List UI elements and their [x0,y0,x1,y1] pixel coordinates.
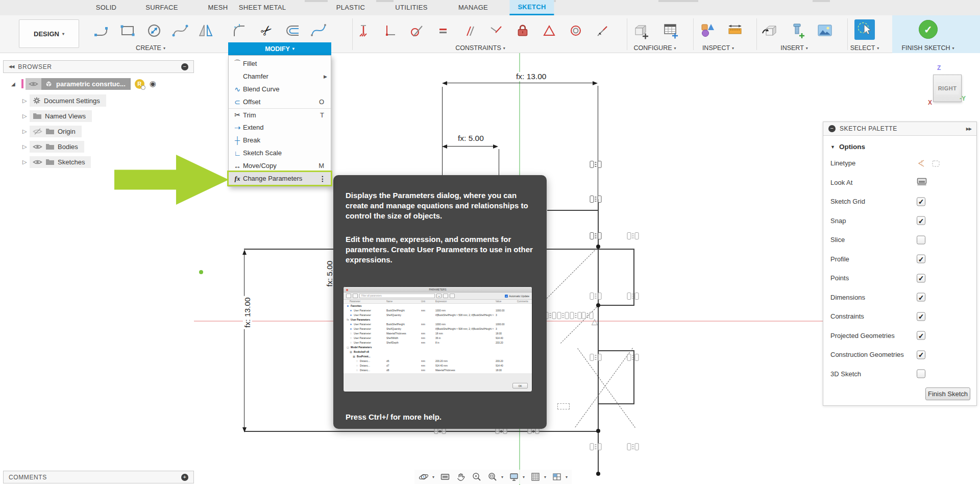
sketch-point[interactable] [596,429,600,433]
palette-checkbox[interactable] [917,350,925,359]
palette-checkbox[interactable] [917,370,925,378]
configure-table-button[interactable] [659,18,682,43]
menu-item[interactable]: ⊂ Offset O [229,95,331,108]
design-workspace-button[interactable]: DESIGN ▾ [19,19,79,48]
browser-item[interactable]: Document Settings [3,93,194,108]
sketch-point[interactable] [596,303,600,307]
inspect-group-label[interactable]: INSPECT▾ [702,44,734,52]
menu-item[interactable]: ↔ Move/Copy M [229,159,331,172]
constraints-group-label[interactable]: CONSTRAINTS▾ [455,44,505,52]
sketch-palette-header[interactable]: SKETCH PALETTE ▶▶ [823,122,976,136]
collapse-panel-icon[interactable]: ◀◀ [9,64,14,69]
dimension-label[interactable]: fx: 13.00 [243,296,252,329]
menu-item[interactable]: Chamfer ▶ [229,70,331,83]
constraint-badge-icon[interactable] [627,293,639,300]
equal-constraint-button[interactable] [431,18,455,43]
palette-checkbox[interactable] [917,331,925,340]
finish-sketch-check-icon[interactable] [919,20,938,39]
configure-parameters-button[interactable] [629,18,653,43]
constraint-badge-icon[interactable] [590,232,602,239]
concentric-constraint-button[interactable] [564,18,587,43]
viewcube[interactable]: RIGHT [933,75,962,102]
parallel-constraint-button[interactable] [458,18,481,43]
finish-sketch-group-label[interactable]: FINISH SKETCH▾ [901,44,954,52]
tab-sheet-metal[interactable]: SHEET METAL [231,0,294,15]
browser-root-item[interactable]: ◢ parametric consrtuc... R ◉ [3,77,194,91]
browser-header[interactable]: ◀◀ BROWSER [3,60,194,73]
dimension-line[interactable] [447,83,594,83]
constraint-badge-icon[interactable] [590,354,602,361]
sketch-line[interactable] [598,305,634,306]
tab-surface[interactable]: SURFACE [137,0,186,15]
palette-checkbox[interactable] [917,312,925,321]
modify-offset-button[interactable] [281,18,305,43]
visibility-toggle[interactable] [26,78,41,90]
chevron-down-icon[interactable]: ▾ [432,475,434,479]
create-spline-button[interactable] [168,18,192,43]
collinear-constraint-button[interactable] [591,18,614,43]
viewcube-face[interactable]: RIGHT [936,82,959,94]
constraint-badge-icon[interactable] [557,312,569,319]
pan-button[interactable] [456,472,466,482]
constraint-badge-icon[interactable] [570,312,582,319]
constraint-badge-icon[interactable] [627,232,639,239]
chevron-down-icon[interactable]: ▾ [523,475,525,479]
lock-constraint-button[interactable] [511,18,534,43]
expander-icon[interactable] [22,143,30,150]
constraint-badge-icon[interactable] [590,443,602,450]
constraint-badge-icon[interactable] [590,293,602,300]
constraint-badge-icon[interactable] [590,161,602,168]
expand-panel-icon[interactable]: ▶▶ [966,127,971,131]
menu-item[interactable]: ⌒ Fillet [229,57,331,70]
dimension-line[interactable] [244,254,244,428]
dimension-label[interactable]: fx: 5.00 [456,134,485,143]
document-name[interactable]: parametric consrtuc... [41,78,131,90]
palette-checkbox[interactable] [917,216,925,225]
menu-item[interactable]: ∿ Blend Curve [229,83,331,95]
select-group-label[interactable]: SELECT▾ [850,44,879,52]
symmetry-constraint-button[interactable] [537,18,561,43]
tab-plastic[interactable]: PLASTIC [328,0,373,15]
palette-checkbox[interactable] [917,197,925,206]
constraint-badge-icon[interactable] [627,354,639,361]
palette-checkbox[interactable] [917,235,925,244]
zoom-button[interactable] [472,472,482,482]
comments-bar[interactable]: COMMENTS [3,471,194,483]
more-options-icon[interactable]: ⋮ [319,175,326,183]
look-at-button[interactable] [440,472,450,482]
tab-utilities[interactable]: UTILITIES [387,0,435,15]
configure-group-label[interactable]: CONFIGURE▾ [633,44,676,52]
chevron-down-icon[interactable]: ▾ [501,475,503,479]
expander-icon[interactable] [22,113,30,119]
grid-settings-button[interactable] [530,472,541,482]
collapse-circle-icon[interactable] [181,63,188,70]
constraint-badge-icon[interactable] [590,196,602,203]
zoom-window-button[interactable] [487,472,498,482]
tab-manage[interactable]: MANAGE [450,0,496,15]
collapse-circle-icon[interactable] [828,125,836,132]
insert-group-label[interactable]: INSERT▾ [780,44,808,52]
create-circle-button[interactable] [142,18,166,43]
insert-image-button[interactable] [813,18,837,43]
construction-line[interactable] [575,348,633,427]
create-line-button[interactable] [90,18,114,43]
menu-item[interactable]: fx Change Parameters ⋮ [229,172,331,185]
expander-icon[interactable] [22,128,30,135]
viewports-button[interactable] [552,472,562,482]
finish-sketch-button[interactable]: Finish Sketch [925,387,970,400]
select-tool-button[interactable] [854,19,875,40]
sketch-line[interactable] [547,210,598,211]
browser-item[interactable]: Origin [3,124,194,139]
palette-checkbox[interactable] [917,255,925,263]
palette-checkbox[interactable] [917,274,925,282]
menu-item[interactable]: ┼ Break [229,134,331,147]
orbit-button[interactable] [419,472,429,482]
constraint-badge-icon[interactable] [627,443,639,450]
browser-item[interactable]: Named Views [3,108,194,124]
sketch-point-green[interactable] [199,270,203,274]
modify-trim-button[interactable]: ✂ [255,18,278,43]
insert-derive-button[interactable] [758,18,781,43]
expander-icon[interactable] [22,159,30,165]
tangent-constraint-button[interactable] [405,18,428,43]
chevron-down-icon[interactable]: ▾ [544,475,546,479]
